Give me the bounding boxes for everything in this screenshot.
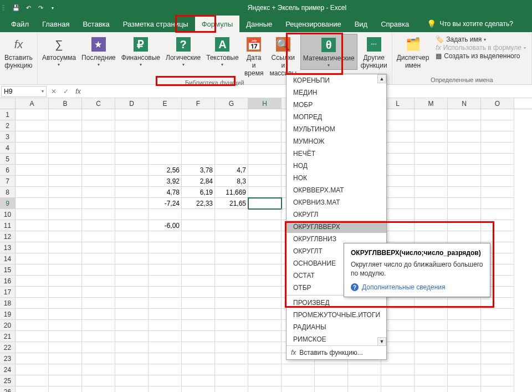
cell-O2[interactable] — [481, 120, 514, 131]
cell-N11[interactable] — [448, 220, 481, 231]
cell-D20[interactable] — [115, 320, 149, 331]
cell-E24[interactable] — [149, 364, 182, 375]
cell-H24[interactable] — [248, 364, 282, 375]
cell-C14[interactable] — [82, 253, 115, 264]
cell-N8[interactable] — [448, 187, 481, 198]
cell-B21[interactable] — [49, 331, 82, 342]
cell-D19[interactable] — [115, 309, 149, 320]
tab-data[interactable]: Данные — [239, 16, 279, 32]
cell-O12[interactable] — [481, 231, 514, 242]
more-functions-button[interactable]: ⋯Другие функции — [359, 34, 390, 72]
cell-L25[interactable] — [381, 375, 415, 386]
cell-N1[interactable] — [448, 109, 481, 120]
redo-icon[interactable]: ↷ — [35, 3, 45, 13]
text-button[interactable]: AТекстовые▾ — [204, 34, 241, 69]
cell-G8[interactable]: 11,669 — [215, 187, 248, 198]
cell-B20[interactable] — [49, 320, 82, 331]
cell-J24[interactable] — [315, 364, 348, 375]
cell-C7[interactable] — [82, 176, 115, 187]
cell-L24[interactable] — [381, 364, 415, 375]
financial-button[interactable]: ₽Финансовые▾ — [119, 34, 162, 69]
cell-C21[interactable] — [82, 331, 115, 342]
cell-F15[interactable] — [182, 264, 215, 276]
cell-C6[interactable] — [82, 165, 115, 176]
cell-B7[interactable] — [49, 176, 82, 187]
cell-N19[interactable] — [448, 309, 481, 320]
cell-G21[interactable] — [215, 331, 248, 342]
cell-D14[interactable] — [115, 253, 149, 264]
row-header-6[interactable]: 6 — [0, 165, 16, 176]
cell-A9[interactable] — [16, 198, 49, 209]
cell-N10[interactable] — [448, 209, 481, 220]
row-header-10[interactable]: 10 — [0, 209, 16, 220]
cell-D18[interactable] — [115, 298, 149, 309]
cell-H23[interactable] — [248, 353, 282, 364]
cell-G20[interactable] — [215, 320, 248, 331]
dropdown-item[interactable]: РАДИАНЫ — [287, 321, 386, 333]
cell-H21[interactable] — [248, 331, 282, 342]
cell-A19[interactable] — [16, 309, 49, 320]
cell-C22[interactable] — [82, 342, 115, 353]
cell-E8[interactable]: 4,78 — [149, 187, 182, 198]
cell-A15[interactable] — [16, 264, 49, 276]
cell-H22[interactable] — [248, 342, 282, 353]
cell-E22[interactable] — [149, 342, 182, 353]
cell-M7[interactable] — [415, 176, 448, 187]
row-header-3[interactable]: 3 — [0, 131, 16, 142]
cell-F20[interactable] — [182, 320, 215, 331]
cell-E10[interactable] — [149, 209, 182, 220]
cell-I24[interactable] — [282, 364, 315, 375]
cell-F18[interactable] — [182, 298, 215, 309]
cell-C24[interactable] — [82, 364, 115, 375]
cell-F17[interactable] — [182, 287, 215, 298]
cell-H26[interactable] — [248, 386, 282, 392]
cell-A26[interactable] — [16, 386, 49, 392]
cell-D11[interactable] — [115, 220, 149, 231]
cell-D13[interactable] — [115, 242, 149, 253]
cell-O1[interactable] — [481, 109, 514, 120]
row-header-7[interactable]: 7 — [0, 176, 16, 187]
define-name-button[interactable]: 🏷️Задать имя ▾ — [436, 35, 526, 43]
cell-G5[interactable] — [215, 154, 248, 165]
cell-N25[interactable] — [448, 375, 481, 386]
tab-file[interactable]: Файл — [4, 16, 35, 32]
cell-A16[interactable] — [16, 276, 49, 287]
cell-A10[interactable] — [16, 209, 49, 220]
cell-A7[interactable] — [16, 176, 49, 187]
cell-O8[interactable] — [481, 187, 514, 198]
cell-G15[interactable] — [215, 264, 248, 276]
dropdown-scrollbar[interactable]: ▲ ▼ — [377, 74, 386, 346]
cell-D16[interactable] — [115, 276, 149, 287]
cell-G9[interactable]: 21,65 — [215, 198, 248, 209]
cell-A20[interactable] — [16, 320, 49, 331]
cell-G22[interactable] — [215, 342, 248, 353]
cell-C18[interactable] — [82, 298, 115, 309]
cell-M19[interactable] — [415, 309, 448, 320]
cell-A23[interactable] — [16, 353, 49, 364]
cell-A22[interactable] — [16, 342, 49, 353]
dropdown-item[interactable]: ОКРВВЕРХ.МАТ — [287, 184, 386, 196]
cell-D23[interactable] — [115, 353, 149, 364]
cell-N3[interactable] — [448, 131, 481, 142]
scroll-down-icon[interactable]: ▼ — [377, 337, 386, 346]
cell-H6[interactable] — [248, 165, 282, 176]
col-header-E[interactable]: E — [149, 98, 182, 109]
cell-F5[interactable] — [182, 154, 215, 165]
row-header-4[interactable]: 4 — [0, 142, 16, 154]
cell-F3[interactable] — [182, 131, 215, 142]
cell-G14[interactable] — [215, 253, 248, 264]
tab-insert[interactable]: Вставка — [76, 16, 116, 32]
cell-H10[interactable] — [248, 209, 282, 220]
cell-N21[interactable] — [448, 331, 481, 342]
cell-O4[interactable] — [481, 142, 514, 154]
cell-G24[interactable] — [215, 364, 248, 375]
row-header-25[interactable]: 25 — [0, 375, 16, 386]
cell-N23[interactable] — [448, 353, 481, 364]
cell-F6[interactable]: 3,78 — [182, 165, 215, 176]
cell-D4[interactable] — [115, 142, 149, 154]
cell-M3[interactable] — [415, 131, 448, 142]
cell-M26[interactable] — [415, 386, 448, 392]
cell-C12[interactable] — [82, 231, 115, 242]
cell-G18[interactable] — [215, 298, 248, 309]
cell-E17[interactable] — [149, 287, 182, 298]
